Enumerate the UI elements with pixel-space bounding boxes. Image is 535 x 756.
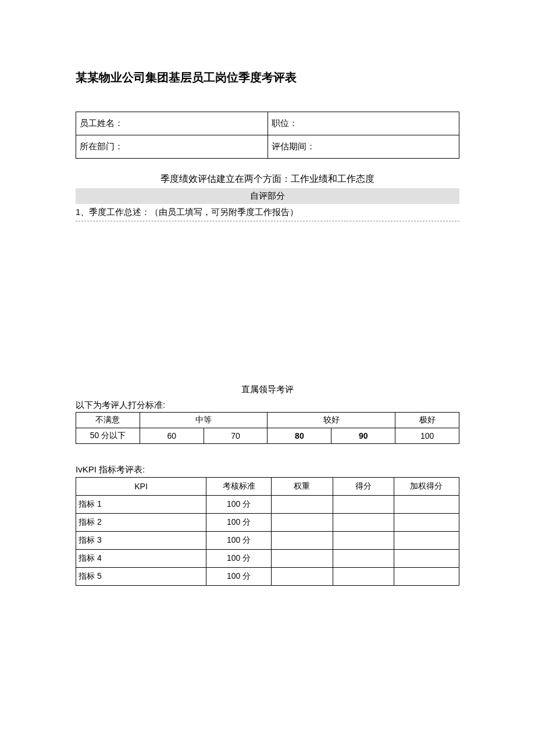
kpi-weight: [272, 496, 333, 514]
kpi-score: [333, 496, 394, 514]
work-summary-instruction: 1、季度工作总述：（由员工填写，可另附季度工作报告）: [76, 204, 459, 221]
kpi-score: [333, 514, 394, 532]
kpi-weighted: [394, 514, 459, 532]
table-row: 指标 5 100 分: [76, 568, 459, 586]
kpi-weighted: [394, 496, 459, 514]
kpi-weight: [272, 532, 333, 550]
score-value-3: 80: [268, 428, 331, 444]
score-header-good: 较好: [268, 413, 395, 428]
score-header-excellent: 极好: [395, 413, 459, 428]
page-title: 某某物业公司集团基层员工岗位季度考评表: [76, 70, 459, 85]
kpi-score: [333, 532, 394, 550]
scoring-standard-table: 不满意 中等 较好 极好 50 分以下 60 70 80 90 100: [76, 412, 459, 444]
kpi-name: 指标 3: [76, 532, 206, 550]
evaluation-subtitle: 季度绩效评估建立在两个方面：工作业绩和工作态度: [76, 173, 459, 185]
kpi-weighted: [394, 532, 459, 550]
kpi-weight: [272, 550, 333, 568]
kpi-weight: [272, 568, 333, 586]
score-value-4: 90: [331, 428, 395, 444]
self-eval-header: 自评部分: [76, 188, 459, 204]
kpi-weighted: [394, 568, 459, 586]
kpi-header-kpi: KPI: [76, 478, 206, 496]
kpi-weighted: [394, 550, 459, 568]
kpi-header-score: 得分: [333, 478, 394, 496]
kpi-header-weighted: 加权得分: [394, 478, 459, 496]
score-value-5: 100: [395, 428, 459, 444]
info-table: 员工姓名： 职位： 所在部门： 评估期间：: [76, 112, 459, 159]
kpi-name: 指标 2: [76, 514, 206, 532]
table-row: 指标 4 100 分: [76, 550, 459, 568]
employee-name-label: 员工姓名：: [76, 112, 268, 135]
table-row: 指标 1 100 分: [76, 496, 459, 514]
evaluation-period-label: 评估期间：: [268, 135, 459, 159]
kpi-header-standard: 考核标准: [206, 478, 272, 496]
kpi-name: 指标 4: [76, 550, 206, 568]
score-header-medium: 中等: [140, 413, 268, 428]
score-header-unsatisfactory: 不满意: [76, 413, 140, 428]
table-row: 指标 3 100 分: [76, 532, 459, 550]
kpi-weight: [272, 514, 333, 532]
position-label: 职位：: [268, 112, 459, 135]
kpi-table: KPI 考核标准 权重 得分 加权得分 指标 1 100 分 指标 2 100 …: [76, 477, 459, 586]
table-row: 指标 2 100 分: [76, 514, 459, 532]
score-value-1: 60: [140, 428, 204, 444]
department-label: 所在部门：: [76, 135, 268, 159]
kpi-standard: 100 分: [206, 496, 272, 514]
score-value-0: 50 分以下: [76, 428, 140, 444]
kpi-name: 指标 1: [76, 496, 206, 514]
kpi-standard: 100 分: [206, 550, 272, 568]
kpi-score: [333, 568, 394, 586]
kpi-name: 指标 5: [76, 568, 206, 586]
kpi-score: [333, 550, 394, 568]
kpi-standard: 100 分: [206, 514, 272, 532]
kpi-header-weight: 权重: [272, 478, 333, 496]
kpi-standard: 100 分: [206, 532, 272, 550]
kpi-standard: 100 分: [206, 568, 272, 586]
scoring-standard-label: 以下为考评人打分标准:: [76, 400, 459, 411]
score-value-2: 70: [204, 428, 268, 444]
leader-eval-title: 直属领导考评: [76, 384, 459, 395]
kpi-table-label: IvKPI 指标考评表:: [76, 464, 459, 475]
